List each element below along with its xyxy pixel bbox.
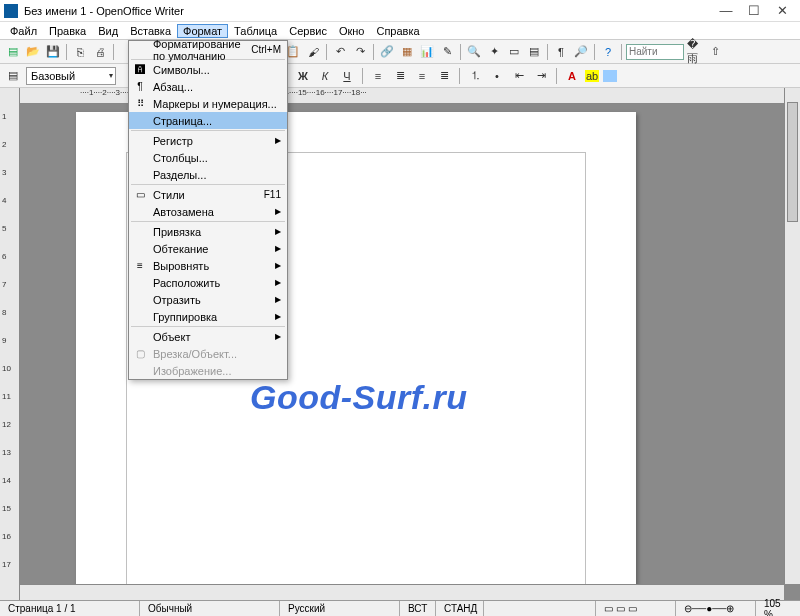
navigator-icon[interactable]: ✦: [485, 43, 503, 61]
status-insert[interactable]: ВСТ: [400, 601, 436, 616]
find-input[interactable]: [626, 44, 684, 60]
minimize-button[interactable]: —: [712, 3, 740, 18]
status-zoom-slider[interactable]: ⊖──●──⊕: [676, 601, 756, 616]
watermark-text: Good-Surf.ru: [250, 378, 468, 417]
menu-default-formatting[interactable]: Форматирование по умолчанию Ctrl+M: [129, 41, 287, 58]
menu-autocorrect[interactable]: Автозамена▶: [129, 203, 287, 220]
horizontal-scrollbar[interactable]: [20, 584, 784, 600]
submenu-arrow-icon: ▶: [275, 312, 281, 321]
styles-window-icon[interactable]: ▤: [4, 67, 22, 85]
status-bar: Страница 1 / 1 Обычный Русский ВСТ СТАНД…: [0, 600, 800, 616]
menu-align[interactable]: ≡Выровнять▶: [129, 257, 287, 274]
new-doc-icon[interactable]: ▤: [4, 43, 22, 61]
menu-anchor[interactable]: Привязка▶: [129, 223, 287, 240]
font-color-icon[interactable]: A: [563, 67, 581, 85]
redo-icon[interactable]: ↷: [351, 43, 369, 61]
paragraph-style-combo[interactable]: Базовый: [26, 67, 116, 85]
italic-icon[interactable]: К: [316, 67, 334, 85]
nonprint-icon[interactable]: ¶: [552, 43, 570, 61]
menu-view[interactable]: Вид: [92, 25, 124, 37]
submenu-arrow-icon: ▶: [275, 227, 281, 236]
menu-window[interactable]: Окно: [333, 25, 371, 37]
align-right-icon[interactable]: ≡: [413, 67, 431, 85]
menu-arrange[interactable]: Расположить▶: [129, 274, 287, 291]
chart-icon[interactable]: 📊: [418, 43, 436, 61]
hyperlink-icon[interactable]: 🔗: [378, 43, 396, 61]
list-icon: ⠿: [133, 97, 147, 111]
submenu-arrow-icon: ▶: [275, 136, 281, 145]
find-prev-icon[interactable]: ⇧: [706, 43, 724, 61]
submenu-arrow-icon: ▶: [275, 295, 281, 304]
menu-table[interactable]: Таблица: [228, 25, 283, 37]
print-icon[interactable]: 🖨: [91, 43, 109, 61]
paragraph-icon: ¶: [133, 80, 147, 94]
menu-styles[interactable]: ▭СтилиF11: [129, 186, 287, 203]
menu-wrap[interactable]: Обтекание▶: [129, 240, 287, 257]
highlight-icon[interactable]: ab: [585, 70, 599, 82]
menu-bar: Файл Правка Вид Вставка Формат Таблица С…: [0, 22, 800, 40]
bgcolor-icon[interactable]: [603, 70, 617, 82]
undo-icon[interactable]: ↶: [331, 43, 349, 61]
indent-dec-icon[interactable]: ⇤: [510, 67, 528, 85]
show-draw-icon[interactable]: ✎: [438, 43, 456, 61]
menu-format[interactable]: Формат: [177, 24, 228, 38]
numbering-icon[interactable]: ⒈: [466, 67, 484, 85]
menu-bullets-numbering[interactable]: ⠿Маркеры и нумерация...: [129, 95, 287, 112]
menu-group[interactable]: Группировка▶: [129, 308, 287, 325]
indent-inc-icon[interactable]: ⇥: [532, 67, 550, 85]
format-paint-icon[interactable]: 🖌: [304, 43, 322, 61]
scroll-thumb[interactable]: [787, 102, 798, 222]
bold-icon[interactable]: Ж: [294, 67, 312, 85]
export-pdf-icon[interactable]: ⎘: [71, 43, 89, 61]
menu-insert[interactable]: Вставка: [124, 25, 177, 37]
align-justify-icon[interactable]: ≣: [435, 67, 453, 85]
submenu-arrow-icon: ▶: [275, 332, 281, 341]
menu-frame: ▢Врезка/Объект...: [129, 345, 287, 362]
vertical-ruler: 1234567891011121314151617: [0, 88, 20, 600]
menu-sections[interactable]: Разделы...: [129, 166, 287, 183]
status-mode[interactable]: СТАНД: [436, 601, 484, 616]
save-icon[interactable]: 💾: [44, 43, 62, 61]
submenu-arrow-icon: ▶: [275, 244, 281, 253]
align-left-icon[interactable]: ≡: [369, 67, 387, 85]
bullets-icon[interactable]: •: [488, 67, 506, 85]
status-page[interactable]: Страница 1 / 1: [0, 601, 140, 616]
zoom-icon[interactable]: 🔎: [572, 43, 590, 61]
table-icon[interactable]: ▦: [398, 43, 416, 61]
open-icon[interactable]: 📂: [24, 43, 42, 61]
status-style[interactable]: Обычный: [140, 601, 280, 616]
menu-page[interactable]: Страница...: [129, 112, 287, 129]
align-center-icon[interactable]: ≣: [391, 67, 409, 85]
menu-file[interactable]: Файл: [4, 25, 43, 37]
datasource-icon[interactable]: ▤: [525, 43, 543, 61]
vertical-scrollbar[interactable]: [784, 88, 800, 584]
frame-icon: ▢: [133, 347, 147, 361]
format-dropdown: Форматирование по умолчанию Ctrl+M 🅰Симв…: [128, 40, 288, 380]
menu-image: Изображение...: [129, 362, 287, 379]
submenu-arrow-icon: ▶: [275, 207, 281, 216]
menu-help[interactable]: Справка: [370, 25, 425, 37]
status-zoom[interactable]: 105 %: [756, 601, 800, 616]
find-icon[interactable]: 🔍: [465, 43, 483, 61]
close-button[interactable]: ✕: [768, 3, 796, 18]
title-bar: Без имени 1 - OpenOffice Writer — ☐ ✕: [0, 0, 800, 22]
menu-edit[interactable]: Правка: [43, 25, 92, 37]
menu-tools[interactable]: Сервис: [283, 25, 333, 37]
submenu-arrow-icon: ▶: [275, 278, 281, 287]
find-next-icon[interactable]: �雨: [686, 43, 704, 61]
styles-icon: ▭: [133, 188, 147, 202]
status-language[interactable]: Русский: [280, 601, 400, 616]
menu-symbols[interactable]: 🅰Символы...: [129, 61, 287, 78]
align-icon: ≡: [133, 259, 147, 273]
menu-columns[interactable]: Столбцы...: [129, 149, 287, 166]
menu-flip[interactable]: Отразить▶: [129, 291, 287, 308]
maximize-button[interactable]: ☐: [740, 3, 768, 18]
help-icon[interactable]: ?: [599, 43, 617, 61]
gallery-icon[interactable]: ▭: [505, 43, 523, 61]
app-icon: [4, 4, 18, 18]
status-view-icons[interactable]: ▭ ▭ ▭: [596, 601, 676, 616]
menu-paragraph[interactable]: ¶Абзац...: [129, 78, 287, 95]
menu-case[interactable]: Регистр▶: [129, 132, 287, 149]
underline-icon[interactable]: Ч: [338, 67, 356, 85]
menu-object[interactable]: Объект▶: [129, 328, 287, 345]
